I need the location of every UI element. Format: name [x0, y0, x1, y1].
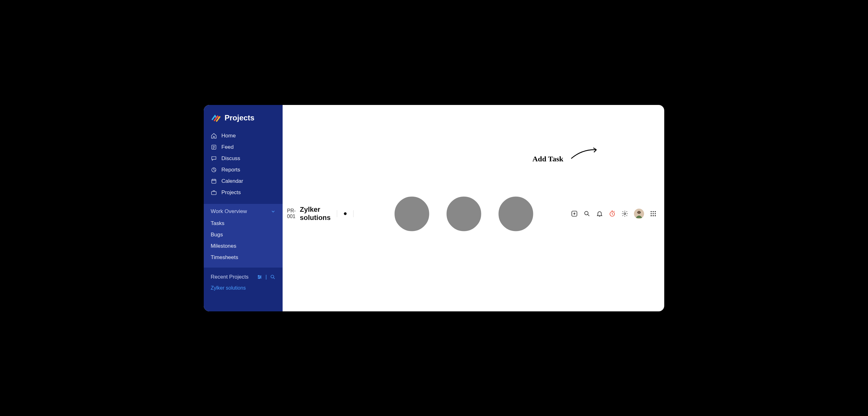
section-label: Work Overview	[211, 208, 247, 215]
sidebar-sub-bugs[interactable]: Bugs	[204, 229, 283, 240]
logo-icon	[211, 112, 221, 123]
topbar: PR-001 Zylker solutions	[283, 105, 664, 311]
svg-point-10	[451, 201, 476, 227]
recent-project-item[interactable]: Zylker solutions	[204, 283, 283, 297]
timer-icon[interactable]	[609, 210, 616, 217]
info-icon[interactable]	[343, 210, 347, 217]
svg-point-13	[585, 211, 588, 215]
bell-icon[interactable]	[596, 210, 603, 217]
main-content: PR-001 Zylker solutions Dashboard Tasks	[283, 105, 664, 311]
svg-point-17	[638, 211, 641, 214]
search-icon[interactable]	[584, 210, 590, 217]
svg-point-21	[655, 211, 656, 212]
search-icon[interactable]	[270, 274, 276, 280]
sidebar-item-home[interactable]: Home	[204, 130, 283, 141]
brand-text: Projects	[224, 113, 254, 122]
sidebar-sub-timesheets[interactable]: Timesheets	[204, 252, 283, 263]
svg-point-11	[503, 201, 529, 227]
sidebar-sub-milestones[interactable]: Milestones	[204, 240, 283, 252]
sidebar: Projects Home Feed Discuss Reports Calen…	[204, 105, 283, 311]
sidebar-recent-header: Recent Projects |	[204, 268, 283, 283]
gear-icon[interactable]	[621, 210, 628, 217]
sidebar-item-label: Projects	[221, 189, 241, 196]
sidebar-item-calendar[interactable]: Calendar	[204, 176, 283, 187]
brand: Projects	[204, 105, 283, 130]
page-title: Zylker solutions	[300, 206, 331, 222]
sidebar-section-overview[interactable]: Work Overview	[204, 204, 283, 218]
discuss-icon	[211, 155, 217, 162]
apps-icon[interactable]	[650, 210, 657, 217]
svg-point-25	[651, 215, 652, 216]
feed-icon	[211, 144, 217, 150]
chevron-down-icon	[271, 209, 276, 214]
svg-point-22	[651, 213, 652, 214]
calendar-icon	[211, 178, 217, 184]
svg-point-20	[653, 211, 654, 212]
home-icon	[211, 133, 217, 139]
briefcase-icon	[211, 189, 217, 196]
sidebar-sublist: Tasks Bugs Milestones Timesheets	[204, 218, 283, 268]
svg-point-15	[624, 213, 626, 215]
sidebar-item-label: Calendar	[221, 178, 243, 184]
sidebar-sub-tasks[interactable]: Tasks	[204, 218, 283, 229]
sidebar-item-label: Home	[221, 133, 236, 139]
sidebar-item-discuss[interactable]: Discuss	[204, 153, 283, 164]
more-icon[interactable]	[360, 110, 568, 311]
sidebar-item-label: Discuss	[221, 155, 240, 162]
svg-rect-2	[212, 179, 216, 183]
sidebar-item-label: Reports	[221, 167, 240, 173]
svg-point-24	[655, 213, 656, 214]
breadcrumb: PR-001	[287, 208, 297, 219]
svg-point-19	[651, 211, 652, 212]
settings-icon[interactable]	[257, 274, 262, 280]
sidebar-item-label: Feed	[221, 144, 234, 150]
avatar[interactable]	[634, 209, 644, 219]
add-icon[interactable]	[571, 210, 578, 217]
svg-point-26	[653, 215, 654, 216]
sidebar-item-projects[interactable]: Projects	[204, 187, 283, 198]
main-nav: Home Feed Discuss Reports Calendar Proje…	[204, 130, 283, 199]
svg-point-27	[655, 215, 656, 216]
svg-point-7	[271, 275, 274, 278]
svg-point-23	[653, 213, 654, 214]
reports-icon	[211, 167, 217, 173]
svg-point-9	[399, 201, 425, 227]
svg-rect-3	[212, 191, 216, 195]
recent-label: Recent Projects	[211, 274, 249, 280]
sidebar-item-reports[interactable]: Reports	[204, 164, 283, 176]
sidebar-item-feed[interactable]: Feed	[204, 141, 283, 153]
